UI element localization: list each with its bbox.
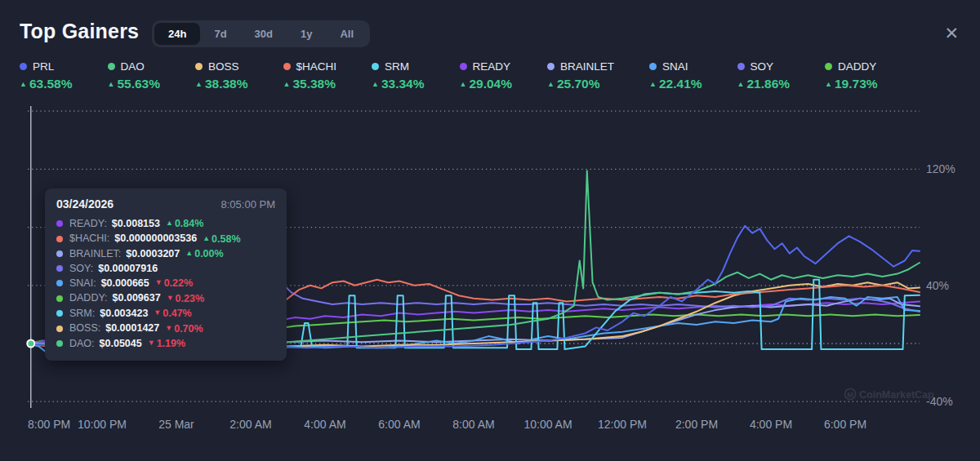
tooltip-price: $0.000665: [101, 277, 149, 290]
tooltip-symbol: SNAI:: [69, 277, 96, 290]
tooltip-price: $0.00007916: [98, 263, 158, 275]
token-color-dot: [56, 280, 63, 286]
tooltip-price: $0.0001427: [105, 322, 159, 335]
tooltip-symbol: DAO:: [69, 338, 95, 350]
tooltip-row-dao: DAO:$0.05045▼1.19%: [56, 337, 275, 350]
crosshair-point: [27, 340, 34, 348]
tooltip-row-srm: SRM:$0.003423▼0.47%: [56, 307, 275, 320]
tooltip-time: 8:05:00 PM: [221, 198, 276, 211]
down-triangle-icon: ▼: [148, 339, 155, 347]
top-gainers-panel: Top Gainers 24h7d30d1yAll ✕ PRL▲63.58%DA…: [0, 0, 980, 461]
tooltip-row-snai: SNAI:$0.000665▼0.22%: [56, 277, 275, 290]
down-triangle-icon: ▼: [155, 278, 163, 286]
x-axis-label: 6:00 AM: [378, 418, 420, 431]
tooltip-row-soy: SOY:$0.00007916: [56, 263, 275, 275]
x-axis-label: 2:00 AM: [229, 418, 271, 431]
tooltip-price: $0.000000003536: [114, 233, 197, 245]
tooltip-change: ▲0.84%: [166, 217, 203, 230]
token-color-dot: [56, 220, 63, 227]
tooltip-symbol: READY:: [69, 218, 107, 230]
x-axis-label: 8:00 PM: [28, 418, 70, 431]
tooltip-symbol: DADDY:: [69, 292, 108, 304]
tooltip-row-boss: BOSS:$0.0001427▼0.70%: [56, 322, 275, 335]
tooltip-change: ▲0.58%: [203, 233, 240, 246]
x-axis-label: 25 Mar: [158, 418, 194, 431]
up-triangle-icon: ▲: [166, 219, 173, 227]
tooltip-symbol: SRM:: [69, 308, 95, 320]
tooltip-row-hachi: $HACHI:$0.000000003536▲0.58%: [56, 233, 275, 246]
token-color-dot: [56, 250, 63, 257]
coinmarketcap-watermark: MCoinMarketCap: [845, 389, 935, 401]
tooltip-price: $0.05045: [100, 338, 142, 350]
tooltip-change: ▲0.00%: [185, 247, 223, 260]
down-triangle-icon: ▼: [167, 294, 174, 302]
y-axis-label: 40%: [926, 279, 949, 292]
svg-text:CoinMarketCap: CoinMarketCap: [859, 389, 934, 401]
tooltip-change: ▼0.70%: [165, 322, 203, 335]
x-axis-label: 8:00 AM: [452, 418, 494, 431]
x-axis-label: 4:00 PM: [750, 418, 792, 431]
tooltip-change: ▼0.47%: [154, 307, 191, 320]
tooltip-change: ▼0.23%: [167, 292, 204, 305]
down-triangle-icon: ▼: [154, 308, 161, 317]
y-axis-label: 120%: [926, 162, 956, 175]
tooltip-row-daddy: DADDY:$0.009637▼0.23%: [56, 292, 275, 305]
token-color-dot: [56, 236, 63, 242]
svg-text:M: M: [847, 391, 853, 399]
tooltip-symbol: $HACHI:: [69, 233, 109, 245]
token-color-dot: [56, 265, 63, 272]
tooltip-row-brainlet: BRAINLET:$0.0003207▲0.00%: [56, 247, 275, 260]
tooltip-row-ready: READY:$0.008153▲0.84%: [56, 217, 275, 230]
token-color-dot: [56, 310, 63, 317]
up-triangle-icon: ▲: [185, 249, 193, 257]
token-color-dot: [56, 340, 63, 347]
tooltip-price: $0.0003207: [126, 248, 180, 260]
tooltip-change: ▼0.22%: [155, 277, 193, 290]
up-triangle-icon: ▲: [203, 234, 210, 242]
tooltip-symbol: SOY:: [69, 263, 93, 275]
x-axis-label: 4:00 AM: [304, 418, 345, 431]
down-triangle-icon: ▼: [165, 324, 172, 332]
token-color-dot: [56, 295, 63, 302]
tooltip-price: $0.009637: [113, 292, 161, 304]
x-axis-label: 10:00 PM: [78, 418, 127, 431]
tooltip-symbol: BOSS:: [69, 322, 100, 335]
tooltip-date: 03/24/2026: [56, 197, 114, 211]
chart-tooltip: 03/24/2026 8:05:00 PM READY:$0.008153▲0.…: [45, 188, 287, 361]
tooltip-change: ▼1.19%: [148, 337, 185, 350]
x-axis-label: 12:00 PM: [598, 418, 647, 431]
x-axis-label: 6:00 PM: [824, 418, 866, 431]
x-axis-label: 10:00 AM: [523, 418, 572, 431]
token-color-dot: [56, 326, 63, 332]
tooltip-price: $0.003423: [100, 308, 148, 320]
tooltip-symbol: BRAINLET:: [69, 248, 121, 260]
tooltip-price: $0.008153: [112, 218, 160, 230]
x-axis-label: 2:00 PM: [675, 418, 718, 431]
